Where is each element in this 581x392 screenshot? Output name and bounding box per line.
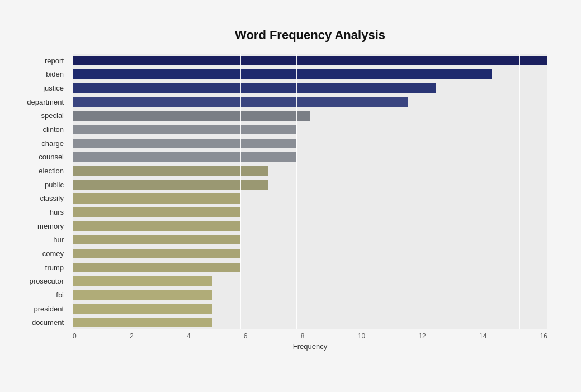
bar-fill — [73, 290, 212, 300]
bar-track — [73, 193, 547, 203]
x-ticks: 0246810121416 — [73, 332, 547, 340]
bar-row: justice — [73, 81, 547, 95]
bar-label: justice — [12, 84, 68, 92]
bar-row: counsel — [73, 150, 547, 164]
bar-fill — [73, 235, 240, 244]
bar-label: report — [12, 56, 68, 65]
bar-fill — [73, 180, 268, 190]
bar-fill — [73, 249, 240, 258]
bar-track — [73, 69, 547, 79]
bar-row: special — [73, 109, 547, 123]
x-tick: 14 — [479, 332, 486, 340]
bar-row: clinton — [73, 122, 547, 136]
bar-fill — [73, 111, 310, 120]
bar-fill — [73, 304, 212, 314]
bar-label: comey — [12, 249, 68, 258]
bar-row: public — [73, 178, 547, 192]
chart-container: Word Frequency Analysis reportbidenjusti… — [11, 11, 570, 392]
bar-track — [73, 318, 547, 327]
x-tick: 16 — [540, 332, 547, 340]
bar-fill — [73, 152, 296, 162]
bar-track — [73, 207, 547, 217]
bar-label: public — [12, 181, 68, 189]
bar-label: charge — [12, 139, 68, 148]
bar-row: report — [73, 54, 547, 68]
bar-track — [73, 180, 547, 190]
bar-label: clinton — [12, 125, 68, 134]
bar-fill — [73, 221, 240, 231]
bar-label: hurs — [12, 208, 68, 216]
bar-fill — [73, 97, 408, 107]
bar-track — [73, 56, 547, 65]
bar-track — [73, 290, 547, 300]
x-axis-label: Frequency — [73, 342, 547, 351]
x-tick: 4 — [187, 332, 191, 340]
bar-fill — [73, 263, 240, 272]
bar-fill — [73, 193, 240, 203]
bar-row: president — [73, 302, 547, 316]
bar-track — [73, 221, 547, 231]
bar-label: memory — [12, 222, 68, 230]
bar-track — [73, 111, 547, 120]
x-tick: 10 — [358, 332, 365, 340]
bar-fill — [73, 166, 268, 176]
bar-fill — [73, 83, 436, 93]
bar-label: biden — [12, 70, 68, 78]
bar-row: election — [73, 164, 547, 178]
bar-track — [73, 235, 547, 244]
x-axis-wrapper: 0246810121416 Frequency — [73, 332, 547, 351]
x-tick: 6 — [244, 332, 248, 340]
bar-fill — [73, 139, 296, 148]
bar-fill — [73, 125, 296, 134]
bar-track — [73, 97, 547, 107]
bar-label: fbi — [12, 291, 68, 299]
bar-label: classify — [12, 194, 68, 202]
chart-title: Word Frequency Analysis — [73, 28, 547, 42]
bar-row: hur — [73, 233, 547, 247]
bar-track — [73, 276, 547, 286]
bar-track — [73, 152, 547, 162]
bar-fill — [73, 56, 547, 65]
bar-row: biden — [73, 68, 547, 82]
bar-row: comey — [73, 247, 547, 261]
bar-label: special — [12, 111, 68, 120]
x-tick: 12 — [418, 332, 426, 340]
bar-track — [73, 263, 547, 272]
x-tick: 2 — [130, 332, 134, 340]
bar-track — [73, 125, 547, 134]
bar-row: fbi — [73, 288, 547, 302]
bar-track — [73, 166, 547, 176]
bar-label: department — [12, 98, 68, 106]
bar-row: document — [73, 315, 547, 329]
bar-row: hurs — [73, 205, 547, 219]
bar-label: trump — [12, 263, 68, 272]
bar-row: trump — [73, 261, 547, 275]
bar-fill — [73, 318, 212, 327]
bar-fill — [73, 276, 212, 286]
bar-track — [73, 304, 547, 314]
bar-row: classify — [73, 192, 547, 206]
bar-row: memory — [73, 219, 547, 233]
bar-label: prosecutor — [12, 277, 68, 285]
bar-track — [73, 249, 547, 258]
chart-area: reportbidenjusticedepartmentspecialclint… — [73, 54, 547, 351]
bar-label: hur — [12, 235, 68, 244]
bar-row: prosecutor — [73, 275, 547, 289]
bar-fill — [73, 207, 240, 217]
bar-row: department — [73, 95, 547, 109]
bar-label: counsel — [12, 153, 68, 161]
bar-fill — [73, 69, 492, 79]
bar-label: election — [12, 167, 68, 175]
bar-track — [73, 139, 547, 148]
bar-label: document — [12, 318, 68, 327]
bars-section: reportbidenjusticedepartmentspecialclint… — [73, 54, 547, 329]
bar-track — [73, 83, 547, 93]
x-tick: 8 — [301, 332, 305, 340]
bar-row: charge — [73, 136, 547, 150]
bar-label: president — [12, 305, 68, 313]
x-tick: 0 — [73, 332, 77, 340]
